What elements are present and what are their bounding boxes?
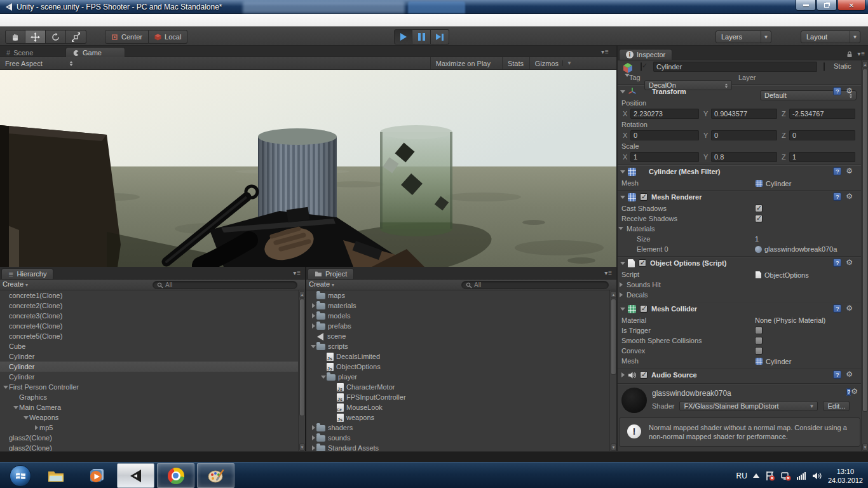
shader-edit-button[interactable]: Edit...: [823, 401, 850, 411]
help-book-icon[interactable]: ?: [833, 370, 841, 379]
space-local-button[interactable]: Local: [149, 30, 187, 44]
smooth-sphere-collisions-checkbox[interactable]: [755, 337, 763, 344]
inspector-scrollbar[interactable]: ▲ ▼: [861, 60, 868, 451]
fold-arrow-icon[interactable]: [310, 435, 316, 440]
taskbar-explorer-button[interactable]: [39, 463, 72, 488]
fold-arrow-icon[interactable]: [320, 376, 327, 379]
project-item[interactable]: CharacterMotor: [308, 382, 609, 392]
collider-material-value[interactable]: None (Physic Material): [755, 316, 825, 324]
help-book-icon[interactable]: ?: [833, 87, 841, 95]
convex-checkbox[interactable]: [755, 347, 763, 355]
scroll-up-icon[interactable]: ▲: [299, 291, 305, 298]
action-center-flag-icon[interactable]: [765, 471, 775, 481]
hierarchy-create-button[interactable]: Create ▾: [3, 280, 28, 288]
position-y-field[interactable]: 0.9043577: [711, 109, 777, 119]
mesh-renderer-enabled-checkbox[interactable]: [640, 193, 648, 201]
project-item[interactable]: weapons: [308, 412, 609, 423]
layout-dropdown[interactable]: Layout ▼: [801, 30, 860, 43]
project-item[interactable]: maps: [308, 290, 609, 301]
help-book-icon[interactable]: ?: [833, 167, 841, 175]
hierarchy-item[interactable]: Main Camera: [0, 402, 298, 412]
scale-tool-button[interactable]: [66, 30, 86, 44]
help-book-icon[interactable]: ?: [833, 193, 841, 201]
panel-menu-icon[interactable]: ▾≡: [857, 50, 865, 57]
fold-arrow-icon[interactable]: [13, 406, 19, 409]
pivot-center-button[interactable]: Center: [105, 30, 149, 44]
taskbar-unity-button[interactable]: [117, 463, 154, 488]
gear-icon[interactable]: ⚙: [846, 370, 853, 379]
gear-icon[interactable]: ⚙: [851, 387, 858, 396]
fold-arrow-icon[interactable]: [310, 445, 316, 451]
aspect-dropdown[interactable]: Free Aspect: [0, 57, 78, 69]
project-item[interactable]: prefabs: [308, 321, 609, 331]
step-button[interactable]: [431, 29, 449, 44]
fold-arrow-icon[interactable]: [618, 170, 628, 173]
fold-arrow-icon[interactable]: [310, 303, 316, 308]
tab-hierarchy[interactable]: ≣ Hierarchy: [1, 268, 53, 279]
rotation-y-field[interactable]: 0: [711, 130, 777, 140]
menu-item[interactable]: [50, 19, 61, 22]
fold-arrow-icon[interactable]: [33, 425, 39, 430]
scroll-down-icon[interactable]: ▼: [611, 444, 616, 451]
receive-shadows-checkbox[interactable]: [755, 215, 763, 222]
project-scrollbar[interactable]: ▲ ▼: [609, 290, 616, 451]
menu-item[interactable]: [38, 19, 50, 22]
script-object-field[interactable]: ObjectOptions: [755, 271, 809, 279]
volume-icon[interactable]: [812, 471, 822, 480]
signal-bars-icon[interactable]: [797, 471, 806, 480]
element0-material-field[interactable]: glasswindowbreak070a: [755, 245, 837, 253]
project-item[interactable]: sounds: [308, 433, 609, 443]
network-error-icon[interactable]: [781, 471, 791, 481]
menu-item[interactable]: [61, 19, 72, 22]
project-item[interactable]: materials: [308, 301, 609, 311]
panel-menu-icon[interactable]: ▾≡: [601, 48, 609, 55]
panel-menu-icon[interactable]: ▾≡: [604, 269, 613, 276]
scroll-up-icon[interactable]: ▲: [862, 61, 868, 68]
project-item[interactable]: ObjectOptions: [308, 362, 609, 372]
hierarchy-item[interactable]: Graphics: [0, 392, 298, 402]
project-item[interactable]: FPSInputController: [308, 392, 609, 402]
fold-arrow-icon[interactable]: [618, 282, 624, 287]
help-book-icon[interactable]: ?: [833, 259, 841, 267]
gameobject-name-field[interactable]: Cylinder: [653, 62, 817, 72]
materials-size-value[interactable]: 1: [755, 235, 759, 243]
hierarchy-item[interactable]: First Person Controller: [0, 382, 298, 392]
gear-icon[interactable]: ⚙: [846, 304, 853, 313]
hidden-icons-arrow[interactable]: [753, 473, 759, 478]
fold-arrow-icon[interactable]: [310, 313, 316, 318]
fold-arrow-icon[interactable]: [23, 416, 29, 419]
hand-tool-button[interactable]: [5, 30, 25, 44]
audio-source-enabled-checkbox[interactable]: [640, 371, 648, 379]
gameobject-enabled-checkbox[interactable]: [641, 62, 642, 71]
project-item[interactable]: models: [308, 311, 609, 321]
project-item[interactable]: scene: [308, 331, 609, 341]
close-button[interactable]: ✕: [837, 0, 865, 11]
stats-button[interactable]: Stats: [502, 57, 529, 69]
project-item[interactable]: player: [308, 372, 609, 382]
fold-arrow-icon[interactable]: [618, 196, 628, 199]
taskbar-chrome-button[interactable]: [157, 463, 194, 488]
rotation-z-field[interactable]: 0: [789, 130, 855, 140]
fold-arrow-icon[interactable]: [310, 323, 316, 329]
scroll-up-icon[interactable]: ▲: [611, 291, 616, 298]
hierarchy-item[interactable]: Cube: [0, 341, 298, 351]
menu-item[interactable]: [84, 19, 95, 22]
menu-item[interactable]: [27, 19, 38, 22]
hierarchy-item[interactable]: Cylinder: [0, 372, 298, 382]
tab-game[interactable]: Game: [65, 47, 125, 58]
fold-arrow-icon[interactable]: [618, 372, 628, 377]
taskbar-media-player-button[interactable]: [80, 463, 113, 488]
fold-arrow-icon[interactable]: [310, 345, 316, 348]
tab-project[interactable]: Project: [308, 268, 354, 279]
scroll-down-icon[interactable]: ▼: [299, 444, 305, 451]
move-tool-button[interactable]: [25, 30, 46, 44]
maximize-on-play-button[interactable]: Maximize on Play: [430, 57, 496, 69]
scale-y-field[interactable]: 0.8: [711, 152, 777, 162]
menu-item[interactable]: [72, 19, 84, 22]
project-item[interactable]: Standard Assets: [308, 443, 609, 451]
menu-item[interactable]: [15, 19, 27, 22]
tab-inspector[interactable]: i Inspector: [619, 49, 672, 60]
language-indicator[interactable]: RU: [736, 471, 747, 480]
is-trigger-checkbox[interactable]: [755, 327, 763, 334]
project-item[interactable]: MouseLook: [308, 402, 609, 412]
